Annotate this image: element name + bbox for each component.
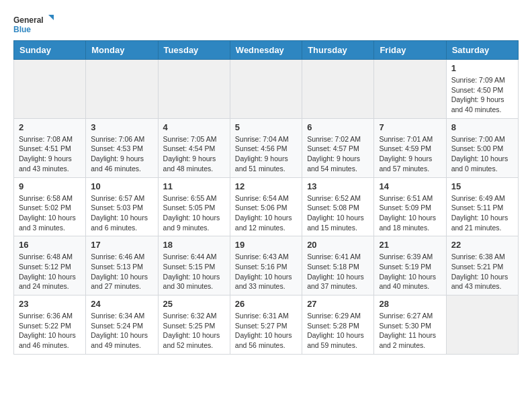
calendar-cell: 15Sunrise: 6:49 AM Sunset: 5:11 PM Dayli…	[446, 177, 518, 236]
day-info: Sunrise: 6:38 AM Sunset: 5:21 PM Dayligh…	[451, 252, 513, 291]
day-info: Sunrise: 6:32 AM Sunset: 5:25 PM Dayligh…	[163, 311, 225, 351]
calendar-cell: 19Sunrise: 6:43 AM Sunset: 5:16 PM Dayli…	[230, 236, 302, 295]
calendar-cell	[86, 60, 158, 119]
week-row-4: 23Sunrise: 6:36 AM Sunset: 5:22 PM Dayli…	[14, 295, 519, 355]
calendar-cell: 16Sunrise: 6:48 AM Sunset: 5:12 PM Dayli…	[14, 236, 86, 295]
day-info: Sunrise: 6:43 AM Sunset: 5:16 PM Dayligh…	[235, 252, 297, 291]
day-number: 3	[91, 122, 152, 132]
day-info: Sunrise: 6:29 AM Sunset: 5:28 PM Dayligh…	[307, 311, 369, 351]
day-number: 9	[19, 181, 81, 191]
weekday-header-saturday: Saturday	[446, 41, 518, 60]
svg-marker-2	[48, 15, 54, 20]
day-info: Sunrise: 7:02 AM Sunset: 4:57 PM Dayligh…	[307, 134, 369, 174]
calendar-cell: 12Sunrise: 6:54 AM Sunset: 5:06 PM Dayli…	[230, 177, 302, 236]
calendar-cell: 11Sunrise: 6:55 AM Sunset: 5:05 PM Dayli…	[158, 177, 230, 236]
day-number: 2	[19, 122, 81, 132]
day-info: Sunrise: 7:01 AM Sunset: 4:59 PM Dayligh…	[379, 134, 441, 174]
day-number: 11	[163, 181, 225, 191]
calendar-cell: 24Sunrise: 6:34 AM Sunset: 5:24 PM Dayli…	[86, 295, 158, 355]
calendar-cell	[158, 60, 230, 119]
day-number: 23	[19, 299, 81, 309]
calendar-cell: 4Sunrise: 7:05 AM Sunset: 4:54 PM Daylig…	[158, 118, 230, 177]
calendar-cell	[14, 60, 86, 119]
day-number: 8	[451, 122, 513, 132]
calendar-cell: 18Sunrise: 6:44 AM Sunset: 5:15 PM Dayli…	[158, 236, 230, 295]
day-info: Sunrise: 6:55 AM Sunset: 5:05 PM Dayligh…	[163, 193, 225, 233]
day-info: Sunrise: 6:44 AM Sunset: 5:15 PM Dayligh…	[163, 252, 225, 291]
calendar-cell: 10Sunrise: 6:57 AM Sunset: 5:03 PM Dayli…	[86, 177, 158, 236]
day-info: Sunrise: 6:48 AM Sunset: 5:12 PM Dayligh…	[19, 252, 81, 291]
calendar-cell: 21Sunrise: 6:39 AM Sunset: 5:19 PM Dayli…	[374, 236, 446, 295]
day-number: 13	[307, 181, 369, 191]
day-number: 1	[451, 63, 513, 73]
logo-icon: GeneralBlue	[13, 13, 54, 34]
page-header: GeneralBlue	[13, 13, 519, 34]
svg-text:Blue: Blue	[13, 25, 31, 34]
day-number: 20	[307, 240, 369, 250]
day-number: 24	[91, 299, 152, 309]
day-info: Sunrise: 6:54 AM Sunset: 5:06 PM Dayligh…	[235, 193, 297, 233]
day-number: 19	[235, 240, 297, 250]
weekday-header-monday: Monday	[86, 41, 158, 60]
calendar-cell	[374, 60, 446, 119]
day-info: Sunrise: 6:34 AM Sunset: 5:24 PM Dayligh…	[91, 311, 152, 351]
week-row-0: 1Sunrise: 7:09 AM Sunset: 4:50 PM Daylig…	[14, 60, 519, 119]
day-info: Sunrise: 7:00 AM Sunset: 5:00 PM Dayligh…	[451, 134, 513, 174]
day-info: Sunrise: 6:52 AM Sunset: 5:08 PM Dayligh…	[307, 193, 369, 233]
calendar-cell: 5Sunrise: 7:04 AM Sunset: 4:56 PM Daylig…	[230, 118, 302, 177]
calendar-cell: 6Sunrise: 7:02 AM Sunset: 4:57 PM Daylig…	[302, 118, 374, 177]
logo: GeneralBlue	[13, 13, 54, 34]
day-info: Sunrise: 7:05 AM Sunset: 4:54 PM Dayligh…	[163, 134, 225, 174]
calendar-cell	[446, 295, 518, 355]
day-number: 17	[91, 240, 152, 250]
day-info: Sunrise: 6:49 AM Sunset: 5:11 PM Dayligh…	[451, 193, 513, 233]
calendar-cell: 3Sunrise: 7:06 AM Sunset: 4:53 PM Daylig…	[86, 118, 158, 177]
day-info: Sunrise: 6:51 AM Sunset: 5:09 PM Dayligh…	[379, 193, 441, 233]
day-number: 7	[379, 122, 441, 132]
calendar-cell: 23Sunrise: 6:36 AM Sunset: 5:22 PM Dayli…	[14, 295, 86, 355]
weekday-header-row: SundayMondayTuesdayWednesdayThursdayFrid…	[14, 41, 519, 60]
calendar-cell: 7Sunrise: 7:01 AM Sunset: 4:59 PM Daylig…	[374, 118, 446, 177]
calendar-cell: 28Sunrise: 6:27 AM Sunset: 5:30 PM Dayli…	[374, 295, 446, 355]
calendar-cell: 2Sunrise: 7:08 AM Sunset: 4:51 PM Daylig…	[14, 118, 86, 177]
calendar-cell: 1Sunrise: 7:09 AM Sunset: 4:50 PM Daylig…	[446, 60, 518, 119]
calendar-cell: 8Sunrise: 7:00 AM Sunset: 5:00 PM Daylig…	[446, 118, 518, 177]
week-row-3: 16Sunrise: 6:48 AM Sunset: 5:12 PM Dayli…	[14, 236, 519, 295]
svg-text:General: General	[13, 15, 44, 25]
day-number: 10	[91, 181, 152, 191]
day-number: 4	[163, 122, 225, 132]
day-info: Sunrise: 7:09 AM Sunset: 4:50 PM Dayligh…	[451, 75, 513, 115]
weekday-header-sunday: Sunday	[14, 41, 86, 60]
day-number: 22	[451, 240, 513, 250]
day-info: Sunrise: 6:31 AM Sunset: 5:27 PM Dayligh…	[235, 311, 297, 351]
calendar-cell: 22Sunrise: 6:38 AM Sunset: 5:21 PM Dayli…	[446, 236, 518, 295]
weekday-header-friday: Friday	[374, 41, 446, 60]
calendar-cell: 17Sunrise: 6:46 AM Sunset: 5:13 PM Dayli…	[86, 236, 158, 295]
calendar-cell: 27Sunrise: 6:29 AM Sunset: 5:28 PM Dayli…	[302, 295, 374, 355]
day-number: 21	[379, 240, 441, 250]
day-info: Sunrise: 6:36 AM Sunset: 5:22 PM Dayligh…	[19, 311, 81, 351]
day-info: Sunrise: 6:57 AM Sunset: 5:03 PM Dayligh…	[91, 193, 152, 233]
calendar-cell: 9Sunrise: 6:58 AM Sunset: 5:02 PM Daylig…	[14, 177, 86, 236]
day-info: Sunrise: 6:58 AM Sunset: 5:02 PM Dayligh…	[19, 193, 81, 233]
day-info: Sunrise: 6:41 AM Sunset: 5:18 PM Dayligh…	[307, 252, 369, 291]
day-number: 5	[235, 122, 297, 132]
calendar-cell: 13Sunrise: 6:52 AM Sunset: 5:08 PM Dayli…	[302, 177, 374, 236]
calendar-cell: 26Sunrise: 6:31 AM Sunset: 5:27 PM Dayli…	[230, 295, 302, 355]
weekday-header-thursday: Thursday	[302, 41, 374, 60]
day-number: 26	[235, 299, 297, 309]
day-number: 14	[379, 181, 441, 191]
calendar-cell: 20Sunrise: 6:41 AM Sunset: 5:18 PM Dayli…	[302, 236, 374, 295]
calendar-cell	[302, 60, 374, 119]
day-number: 18	[163, 240, 225, 250]
week-row-1: 2Sunrise: 7:08 AM Sunset: 4:51 PM Daylig…	[14, 118, 519, 177]
day-number: 6	[307, 122, 369, 132]
calendar-cell	[230, 60, 302, 119]
day-info: Sunrise: 7:04 AM Sunset: 4:56 PM Dayligh…	[235, 134, 297, 174]
day-number: 28	[379, 299, 441, 309]
day-number: 15	[451, 181, 513, 191]
weekday-header-tuesday: Tuesday	[158, 41, 230, 60]
day-info: Sunrise: 6:27 AM Sunset: 5:30 PM Dayligh…	[379, 311, 441, 351]
day-info: Sunrise: 7:08 AM Sunset: 4:51 PM Dayligh…	[19, 134, 81, 174]
day-number: 27	[307, 299, 369, 309]
